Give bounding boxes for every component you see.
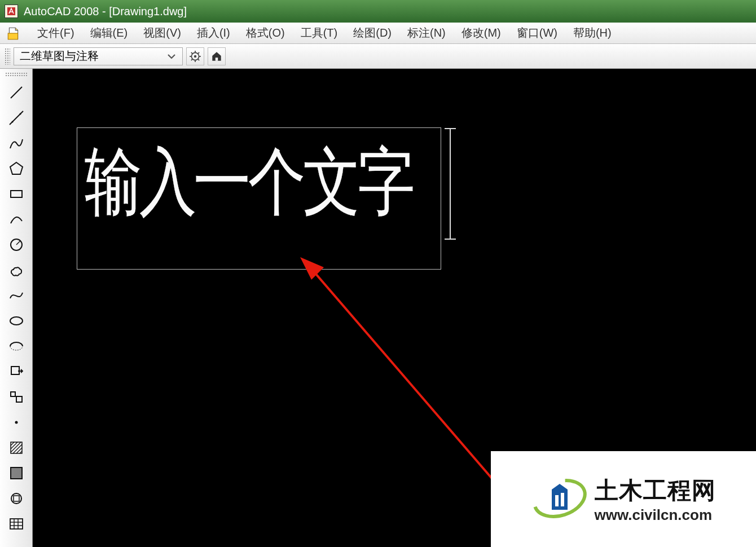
main-area: 输入一个文字 土木工程网 www.civilcn.com (0, 69, 756, 547)
tool-gradient[interactable] (5, 461, 28, 485)
tool-rectangle[interactable] (5, 182, 28, 206)
svg-rect-18 (11, 191, 22, 197)
svg-point-15 (11, 121, 13, 123)
tool-table[interactable] (5, 512, 28, 536)
svg-rect-36 (14, 496, 19, 501)
svg-rect-37 (10, 519, 23, 529)
window-title: AutoCAD 2008 - [Drawing1.dwg] (24, 5, 187, 18)
watermark-url: www.civilcn.com (595, 506, 716, 524)
document-icon[interactable] (6, 25, 21, 41)
menu-tools[interactable]: 工具(T) (301, 25, 338, 41)
canvas-text-content[interactable]: 输入一个文字 (85, 133, 412, 232)
menu-window[interactable]: 窗口(W) (517, 25, 557, 41)
tool-make-block[interactable] (5, 385, 28, 409)
svg-point-21 (10, 317, 23, 325)
text-cursor-icon (439, 127, 461, 240)
tool-hatch[interactable] (5, 436, 28, 460)
menu-dimension[interactable]: 标注(N) (407, 25, 446, 41)
tool-ellipse[interactable] (5, 309, 28, 333)
svg-rect-1 (8, 33, 17, 39)
svg-line-20 (16, 241, 20, 245)
svg-rect-24 (16, 396, 22, 402)
watermark-logo-icon (531, 476, 588, 523)
svg-line-27 (11, 442, 14, 445)
svg-rect-34 (11, 467, 22, 479)
workspace-select[interactable]: 二维草图与注释 (14, 47, 183, 65)
menubar: 文件(F) 编辑(E) 视图(V) 插入(I) 格式(O) 工具(T) 绘图(D… (0, 23, 756, 44)
svg-point-25 (15, 421, 17, 424)
svg-line-31 (16, 448, 22, 453)
svg-line-10 (191, 59, 192, 60)
svg-point-35 (11, 493, 21, 504)
svg-point-3 (194, 55, 196, 57)
menu-view[interactable]: 视图(V) (143, 25, 181, 41)
chevron-down-icon (166, 51, 177, 61)
menu-draw[interactable]: 绘图(D) (353, 25, 392, 41)
watermark-title: 土木工程网 (595, 475, 716, 506)
palette-grip[interactable] (5, 72, 28, 77)
titlebar: AutoCAD 2008 - [Drawing1.dwg] (0, 0, 756, 23)
menu-edit[interactable]: 编辑(E) (90, 25, 128, 41)
svg-line-28 (11, 442, 17, 449)
tool-point[interactable] (5, 411, 28, 434)
watermark: 土木工程网 www.civilcn.com (491, 451, 756, 547)
draw-tool-palette (0, 69, 33, 547)
tool-region[interactable] (5, 487, 28, 510)
my-workspace-button[interactable] (208, 47, 226, 65)
svg-line-45 (309, 266, 518, 509)
tool-ellipse-arc[interactable] (5, 334, 28, 358)
workspace-toolbar: 二维草图与注释 (0, 44, 756, 69)
menu-file[interactable]: 文件(F) (37, 25, 74, 41)
tool-spline[interactable] (5, 284, 28, 307)
svg-rect-49 (561, 493, 564, 506)
tool-construction-line[interactable] (5, 106, 28, 130)
watermark-text: 土木工程网 www.civilcn.com (595, 475, 716, 524)
menu-modify[interactable]: 修改(M) (461, 25, 501, 41)
tool-line[interactable] (5, 81, 28, 104)
menu-help[interactable]: 帮助(H) (573, 25, 612, 41)
app-icon (5, 5, 18, 18)
svg-line-14 (10, 111, 23, 125)
svg-point-16 (19, 113, 21, 115)
svg-rect-23 (11, 392, 15, 396)
svg-line-11 (198, 52, 199, 53)
workspace-selected: 二维草图与注释 (20, 48, 99, 64)
svg-rect-22 (11, 367, 19, 374)
toolbar-grip[interactable] (5, 48, 10, 65)
tool-revision-cloud[interactable] (5, 258, 28, 282)
tool-arc[interactable] (5, 208, 28, 231)
menu-format[interactable]: 格式(O) (246, 25, 285, 41)
tool-circle[interactable] (5, 233, 28, 257)
tool-polygon[interactable] (5, 157, 28, 180)
svg-rect-48 (555, 495, 559, 506)
svg-line-9 (198, 59, 199, 60)
svg-marker-17 (10, 162, 23, 174)
svg-line-13 (11, 87, 22, 98)
tool-insert-block[interactable] (5, 360, 28, 383)
workspace-settings-button[interactable] (186, 47, 204, 65)
tool-polyline[interactable] (5, 131, 28, 155)
drawing-canvas[interactable]: 输入一个文字 土木工程网 www.civilcn.com (33, 69, 756, 547)
menu-insert[interactable]: 插入(I) (197, 25, 230, 41)
svg-line-8 (191, 52, 192, 53)
svg-rect-12 (216, 58, 218, 61)
